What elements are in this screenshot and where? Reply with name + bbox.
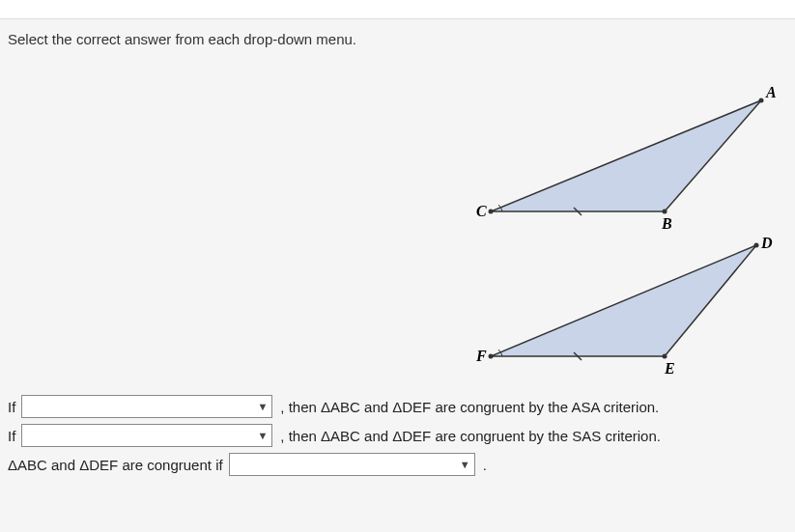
triangle-def: D E F	[471, 231, 781, 379]
row1-prefix: If	[8, 399, 15, 415]
svg-point-7	[489, 354, 494, 359]
svg-point-9	[754, 243, 759, 248]
chevron-down-icon: ▼	[257, 430, 268, 441]
dropdown-asa[interactable]: ▼	[21, 395, 272, 418]
svg-point-8	[663, 354, 667, 359]
triangle-abc: A B C	[471, 86, 781, 235]
svg-marker-0	[491, 100, 761, 211]
dropdown-congruent-if[interactable]: ▼	[229, 453, 475, 476]
instruction-text: Select the correct answer from each drop…	[8, 31, 787, 47]
row1-suffix: , then ΔABC and ΔDEF are congruent by th…	[280, 399, 659, 415]
svg-point-4	[759, 98, 764, 103]
chevron-down-icon: ▼	[257, 401, 268, 412]
content-area: Select the correct answer from each drop…	[0, 19, 795, 493]
answer-rows: If ▼ , then ΔABC and ΔDEF are congruent …	[8, 395, 787, 476]
svg-point-3	[663, 210, 667, 214]
vertex-d-label: D	[760, 235, 773, 251]
dropdown-sas[interactable]: ▼	[21, 424, 272, 447]
diagram-area: A B C D E F	[8, 67, 787, 385]
row3-suffix: .	[483, 457, 487, 473]
row2-prefix: If	[8, 428, 15, 444]
svg-point-2	[489, 210, 494, 214]
row-sas: If ▼ , then ΔABC and ΔDEF are congruent …	[8, 424, 787, 447]
vertex-a-label: A	[765, 86, 777, 100]
chevron-down-icon: ▼	[460, 459, 470, 470]
row-asa: If ▼ , then ΔABC and ΔDEF are congruent …	[8, 395, 787, 418]
svg-marker-5	[491, 245, 756, 356]
vertex-b-label: B	[661, 215, 672, 231]
row3-prefix: ΔABC and ΔDEF are congruent if	[8, 457, 223, 473]
top-border	[0, 0, 795, 19]
vertex-e-label: E	[664, 360, 675, 376]
row-congruent-if: ΔABC and ΔDEF are congruent if ▼ .	[8, 453, 787, 476]
row2-suffix: , then ΔABC and ΔDEF are congruent by th…	[280, 428, 661, 444]
vertex-c-label: C	[476, 203, 487, 219]
vertex-f-label: F	[475, 348, 487, 364]
